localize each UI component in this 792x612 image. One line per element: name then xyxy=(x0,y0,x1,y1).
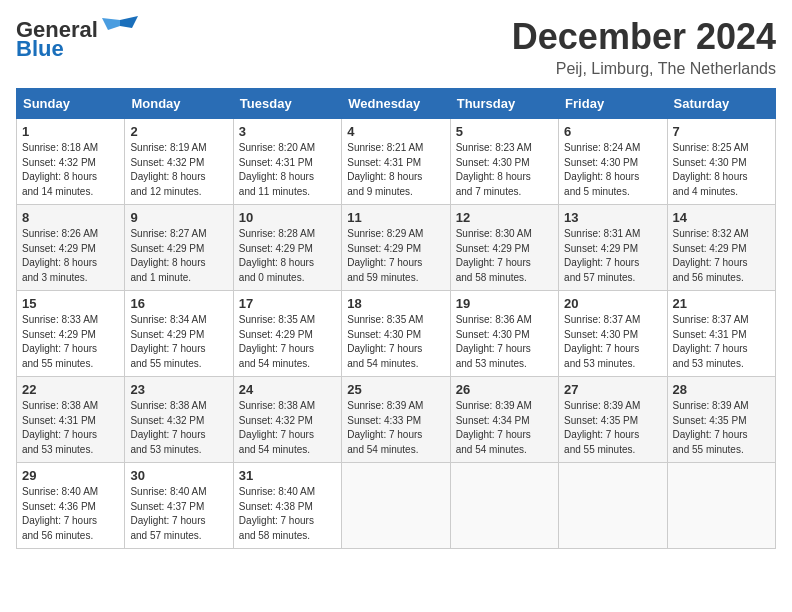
day-info: Sunrise: 8:36 AM Sunset: 4:30 PM Dayligh… xyxy=(456,313,553,371)
weekday-header-monday: Monday xyxy=(125,89,233,119)
day-info: Sunrise: 8:28 AM Sunset: 4:29 PM Dayligh… xyxy=(239,227,336,285)
day-info: Sunrise: 8:40 AM Sunset: 4:37 PM Dayligh… xyxy=(130,485,227,543)
day-info: Sunrise: 8:32 AM Sunset: 4:29 PM Dayligh… xyxy=(673,227,770,285)
day-info: Sunrise: 8:24 AM Sunset: 4:30 PM Dayligh… xyxy=(564,141,661,199)
calendar-cell: 16Sunrise: 8:34 AM Sunset: 4:29 PM Dayli… xyxy=(125,291,233,377)
calendar-cell: 27Sunrise: 8:39 AM Sunset: 4:35 PM Dayli… xyxy=(559,377,667,463)
calendar-cell: 24Sunrise: 8:38 AM Sunset: 4:32 PM Dayli… xyxy=(233,377,341,463)
day-number: 18 xyxy=(347,296,444,311)
day-number: 2 xyxy=(130,124,227,139)
day-number: 17 xyxy=(239,296,336,311)
day-number: 30 xyxy=(130,468,227,483)
weekday-header-friday: Friday xyxy=(559,89,667,119)
calendar-cell: 5Sunrise: 8:23 AM Sunset: 4:30 PM Daylig… xyxy=(450,119,558,205)
weekday-header-tuesday: Tuesday xyxy=(233,89,341,119)
day-number: 23 xyxy=(130,382,227,397)
svg-marker-0 xyxy=(120,16,138,28)
calendar-cell: 11Sunrise: 8:29 AM Sunset: 4:29 PM Dayli… xyxy=(342,205,450,291)
day-number: 11 xyxy=(347,210,444,225)
day-info: Sunrise: 8:37 AM Sunset: 4:31 PM Dayligh… xyxy=(673,313,770,371)
calendar-cell: 15Sunrise: 8:33 AM Sunset: 4:29 PM Dayli… xyxy=(17,291,125,377)
day-number: 28 xyxy=(673,382,770,397)
day-number: 15 xyxy=(22,296,119,311)
calendar-cell: 7Sunrise: 8:25 AM Sunset: 4:30 PM Daylig… xyxy=(667,119,775,205)
weekday-header-saturday: Saturday xyxy=(667,89,775,119)
page-header: General Blue December 2024 Peij, Limburg… xyxy=(16,16,776,78)
calendar-cell: 1Sunrise: 8:18 AM Sunset: 4:32 PM Daylig… xyxy=(17,119,125,205)
day-number: 25 xyxy=(347,382,444,397)
calendar-cell: 14Sunrise: 8:32 AM Sunset: 4:29 PM Dayli… xyxy=(667,205,775,291)
day-info: Sunrise: 8:35 AM Sunset: 4:29 PM Dayligh… xyxy=(239,313,336,371)
day-info: Sunrise: 8:18 AM Sunset: 4:32 PM Dayligh… xyxy=(22,141,119,199)
day-info: Sunrise: 8:26 AM Sunset: 4:29 PM Dayligh… xyxy=(22,227,119,285)
day-info: Sunrise: 8:27 AM Sunset: 4:29 PM Dayligh… xyxy=(130,227,227,285)
day-info: Sunrise: 8:29 AM Sunset: 4:29 PM Dayligh… xyxy=(347,227,444,285)
weekday-header-wednesday: Wednesday xyxy=(342,89,450,119)
day-info: Sunrise: 8:40 AM Sunset: 4:38 PM Dayligh… xyxy=(239,485,336,543)
svg-marker-1 xyxy=(102,18,120,30)
day-info: Sunrise: 8:35 AM Sunset: 4:30 PM Dayligh… xyxy=(347,313,444,371)
calendar-table: SundayMondayTuesdayWednesdayThursdayFrid… xyxy=(16,88,776,549)
calendar-cell: 6Sunrise: 8:24 AM Sunset: 4:30 PM Daylig… xyxy=(559,119,667,205)
day-number: 29 xyxy=(22,468,119,483)
calendar-cell xyxy=(559,463,667,549)
day-info: Sunrise: 8:19 AM Sunset: 4:32 PM Dayligh… xyxy=(130,141,227,199)
day-number: 22 xyxy=(22,382,119,397)
calendar-cell: 18Sunrise: 8:35 AM Sunset: 4:30 PM Dayli… xyxy=(342,291,450,377)
calendar-cell: 8Sunrise: 8:26 AM Sunset: 4:29 PM Daylig… xyxy=(17,205,125,291)
calendar-cell: 12Sunrise: 8:30 AM Sunset: 4:29 PM Dayli… xyxy=(450,205,558,291)
location-title: Peij, Limburg, The Netherlands xyxy=(512,60,776,78)
day-number: 31 xyxy=(239,468,336,483)
day-number: 20 xyxy=(564,296,661,311)
weekday-header-thursday: Thursday xyxy=(450,89,558,119)
calendar-cell: 28Sunrise: 8:39 AM Sunset: 4:35 PM Dayli… xyxy=(667,377,775,463)
weekday-header-sunday: Sunday xyxy=(17,89,125,119)
day-info: Sunrise: 8:33 AM Sunset: 4:29 PM Dayligh… xyxy=(22,313,119,371)
calendar-cell: 21Sunrise: 8:37 AM Sunset: 4:31 PM Dayli… xyxy=(667,291,775,377)
calendar-cell: 31Sunrise: 8:40 AM Sunset: 4:38 PM Dayli… xyxy=(233,463,341,549)
day-number: 13 xyxy=(564,210,661,225)
day-number: 7 xyxy=(673,124,770,139)
day-info: Sunrise: 8:39 AM Sunset: 4:33 PM Dayligh… xyxy=(347,399,444,457)
calendar-cell: 25Sunrise: 8:39 AM Sunset: 4:33 PM Dayli… xyxy=(342,377,450,463)
day-number: 27 xyxy=(564,382,661,397)
logo-blue-text: Blue xyxy=(16,36,64,62)
day-number: 10 xyxy=(239,210,336,225)
day-number: 9 xyxy=(130,210,227,225)
calendar-cell xyxy=(342,463,450,549)
calendar-cell: 17Sunrise: 8:35 AM Sunset: 4:29 PM Dayli… xyxy=(233,291,341,377)
calendar-cell: 30Sunrise: 8:40 AM Sunset: 4:37 PM Dayli… xyxy=(125,463,233,549)
calendar-cell: 2Sunrise: 8:19 AM Sunset: 4:32 PM Daylig… xyxy=(125,119,233,205)
calendar-cell: 23Sunrise: 8:38 AM Sunset: 4:32 PM Dayli… xyxy=(125,377,233,463)
day-info: Sunrise: 8:21 AM Sunset: 4:31 PM Dayligh… xyxy=(347,141,444,199)
day-number: 14 xyxy=(673,210,770,225)
calendar-cell xyxy=(450,463,558,549)
calendar-cell: 10Sunrise: 8:28 AM Sunset: 4:29 PM Dayli… xyxy=(233,205,341,291)
calendar-cell: 19Sunrise: 8:36 AM Sunset: 4:30 PM Dayli… xyxy=(450,291,558,377)
calendar-cell: 22Sunrise: 8:38 AM Sunset: 4:31 PM Dayli… xyxy=(17,377,125,463)
calendar-cell: 9Sunrise: 8:27 AM Sunset: 4:29 PM Daylig… xyxy=(125,205,233,291)
calendar-cell xyxy=(667,463,775,549)
logo-bird-icon xyxy=(102,16,138,44)
day-number: 12 xyxy=(456,210,553,225)
day-number: 5 xyxy=(456,124,553,139)
day-info: Sunrise: 8:39 AM Sunset: 4:35 PM Dayligh… xyxy=(564,399,661,457)
day-info: Sunrise: 8:40 AM Sunset: 4:36 PM Dayligh… xyxy=(22,485,119,543)
month-title: December 2024 xyxy=(512,16,776,58)
calendar-cell: 3Sunrise: 8:20 AM Sunset: 4:31 PM Daylig… xyxy=(233,119,341,205)
calendar-cell: 4Sunrise: 8:21 AM Sunset: 4:31 PM Daylig… xyxy=(342,119,450,205)
day-number: 16 xyxy=(130,296,227,311)
day-number: 24 xyxy=(239,382,336,397)
day-number: 4 xyxy=(347,124,444,139)
calendar-cell: 13Sunrise: 8:31 AM Sunset: 4:29 PM Dayli… xyxy=(559,205,667,291)
calendar-cell: 26Sunrise: 8:39 AM Sunset: 4:34 PM Dayli… xyxy=(450,377,558,463)
day-info: Sunrise: 8:23 AM Sunset: 4:30 PM Dayligh… xyxy=(456,141,553,199)
day-number: 26 xyxy=(456,382,553,397)
day-info: Sunrise: 8:31 AM Sunset: 4:29 PM Dayligh… xyxy=(564,227,661,285)
title-section: December 2024 Peij, Limburg, The Netherl… xyxy=(512,16,776,78)
day-number: 3 xyxy=(239,124,336,139)
day-info: Sunrise: 8:20 AM Sunset: 4:31 PM Dayligh… xyxy=(239,141,336,199)
day-number: 6 xyxy=(564,124,661,139)
day-info: Sunrise: 8:38 AM Sunset: 4:32 PM Dayligh… xyxy=(239,399,336,457)
day-number: 1 xyxy=(22,124,119,139)
